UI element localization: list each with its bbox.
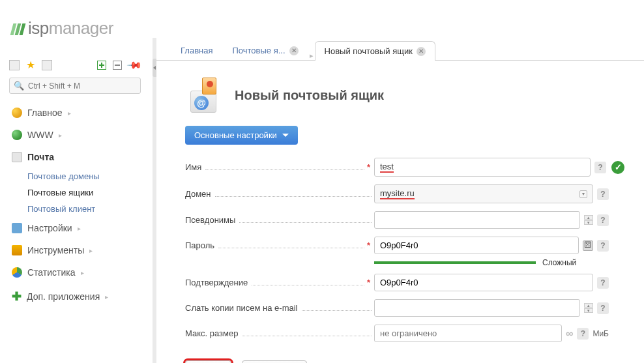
row-copies: Слать копии писем на e-mail ▴▾ ? xyxy=(185,299,624,317)
nav-mail-client[interactable]: Почтовый клиент xyxy=(27,201,147,217)
cancel-button[interactable]: Отмена xyxy=(242,360,308,363)
row-name: Имя* test ? ✓ xyxy=(185,158,624,177)
required-mark: * xyxy=(367,240,370,250)
name-input[interactable]: test xyxy=(374,158,591,177)
form: Имя* test ? ✓ Домен mysite.ru▾ ? Псевдон… xyxy=(156,158,644,342)
globe-icon xyxy=(12,130,22,140)
nav-www[interactable]: WWW▸ xyxy=(3,124,147,146)
required-mark: * xyxy=(367,278,370,287)
logo-bars-icon xyxy=(12,20,25,40)
nav-settings[interactable]: Настройки▸ xyxy=(3,217,147,239)
plus-icon: ✚ xyxy=(12,289,22,304)
nav-stats[interactable]: Статистика▸ xyxy=(3,261,147,283)
sidebar-toolbar: ★ 📌 xyxy=(3,55,147,75)
nav-mail-domains[interactable]: Почтовые домены xyxy=(27,168,147,184)
tab-new-mailbox[interactable]: Новый почтовый ящик✕ xyxy=(315,41,435,61)
down-icon[interactable]: ▾ xyxy=(584,308,593,313)
section-toggle[interactable]: Основные настройки xyxy=(185,126,298,145)
password-strength: Сложный xyxy=(374,258,609,267)
nav-tools[interactable]: Инструменты▸ xyxy=(3,239,147,261)
chevron-right-icon: ▸ xyxy=(59,132,62,139)
unit-label: МиБ xyxy=(593,329,609,338)
clipboard-icon[interactable] xyxy=(42,60,52,70)
mail-icon xyxy=(12,152,22,162)
help-icon[interactable]: ? xyxy=(597,302,609,314)
list-icon[interactable] xyxy=(9,60,20,70)
tools-icon xyxy=(12,245,22,255)
help-icon[interactable]: ? xyxy=(597,240,609,252)
infinity-icon[interactable]: ∞ xyxy=(566,328,573,340)
help-icon[interactable]: ? xyxy=(597,214,609,226)
nav-apps[interactable]: ✚Доп. приложения▸ xyxy=(3,283,147,310)
chart-icon xyxy=(12,267,22,278)
chevron-right-icon: ▸ xyxy=(81,269,84,276)
help-icon[interactable]: ? xyxy=(577,328,589,340)
label-password: Пароль xyxy=(185,240,214,250)
search-icon: 🔍 xyxy=(14,81,24,91)
copies-input[interactable] xyxy=(374,299,580,317)
favorite-icon[interactable]: ★ xyxy=(26,59,35,71)
pin-icon[interactable]: 📌 xyxy=(126,56,143,73)
label-maxsize: Макс. размер xyxy=(185,328,238,338)
required-mark: * xyxy=(367,162,370,172)
help-icon[interactable]: ? xyxy=(597,188,609,200)
row-aliases: Псевдонимы ▴▾ ? xyxy=(185,211,624,229)
confirm-input[interactable] xyxy=(374,274,593,291)
tabs: Главная Почтовые я...✕ ▸ Новый почтовый … xyxy=(156,38,644,61)
chevron-down-icon xyxy=(282,134,289,137)
password-input[interactable] xyxy=(374,237,579,254)
down-icon[interactable]: ▾ xyxy=(584,220,593,225)
help-icon[interactable]: ? xyxy=(597,277,609,289)
nav-mail-sub: Почтовые домены Почтовые ящики Почтовый … xyxy=(3,168,147,217)
row-maxsize: Макс. размер ∞ ? МиБ xyxy=(185,325,624,342)
up-icon[interactable]: ▴ xyxy=(584,215,593,220)
strength-bar xyxy=(374,261,536,264)
tab-mailboxes[interactable]: Почтовые я...✕ xyxy=(222,40,308,60)
copies-stacker[interactable]: ▴▾ xyxy=(584,303,593,313)
label-domain: Домен xyxy=(185,189,211,199)
close-icon[interactable]: ✕ xyxy=(289,46,299,55)
page-title: Новый почтовый ящик xyxy=(235,88,384,103)
up-icon[interactable]: ▴ xyxy=(584,303,593,308)
mailbox-large-icon: @ xyxy=(185,78,220,113)
domain-select[interactable]: mysite.ru▾ xyxy=(374,184,593,203)
sidebar-grip[interactable] xyxy=(153,59,156,77)
content: Главная Почтовые я...✕ ▸ Новый почтовый … xyxy=(153,38,644,363)
chevron-right-icon: ▸ xyxy=(68,109,71,117)
home-icon xyxy=(12,108,22,118)
chevron-right-icon: ▸ xyxy=(78,225,81,232)
breadcrumb-arrow-icon: ▸ xyxy=(308,51,315,60)
valid-check-icon: ✓ xyxy=(611,161,624,174)
help-icon[interactable]: ? xyxy=(594,162,606,173)
strength-label: Сложный xyxy=(542,258,576,267)
page-header: @ Новый почтовый ящик xyxy=(156,61,644,123)
search-input[interactable] xyxy=(28,81,136,91)
generate-password-icon[interactable] xyxy=(583,240,593,251)
maxsize-input[interactable] xyxy=(374,325,562,342)
nav-mail[interactable]: Почта xyxy=(3,146,147,168)
collapse-all-icon[interactable] xyxy=(113,61,122,70)
chevron-right-icon: ▸ xyxy=(89,247,93,254)
label-copies: Слать копии писем на e-mail xyxy=(185,303,298,313)
close-icon[interactable]: ✕ xyxy=(417,47,426,56)
row-confirm: Подтверждение* ? xyxy=(185,274,624,291)
label-confirm: Подтверждение xyxy=(185,278,248,287)
form-buttons: Ok Отмена xyxy=(185,360,644,363)
nav-mail-boxes[interactable]: Почтовые ящики xyxy=(27,184,147,201)
sidebar: ★ 📌 🔍 Главное▸ WWW▸ Почта Почтовые домен… xyxy=(3,55,147,311)
app-logo: ispmanager xyxy=(12,18,113,40)
row-password: Пароль* ? xyxy=(185,237,624,254)
settings-icon xyxy=(12,223,22,233)
ok-button[interactable]: Ok xyxy=(185,360,231,363)
row-domain: Домен mysite.ru▾ ? xyxy=(185,184,624,203)
alias-stacker[interactable]: ▴▾ xyxy=(584,215,593,225)
dropdown-arrow-icon: ▾ xyxy=(579,190,587,198)
chevron-right-icon: ▸ xyxy=(105,293,108,300)
nav: Главное▸ WWW▸ Почта Почтовые домены Почт… xyxy=(3,100,147,311)
sidebar-search[interactable]: 🔍 xyxy=(9,78,141,94)
aliases-input[interactable] xyxy=(374,211,580,229)
nav-main[interactable]: Главное▸ xyxy=(3,102,147,124)
label-name: Имя xyxy=(185,162,201,172)
tab-main[interactable]: Главная xyxy=(171,40,222,60)
expand-all-icon[interactable] xyxy=(97,61,106,70)
